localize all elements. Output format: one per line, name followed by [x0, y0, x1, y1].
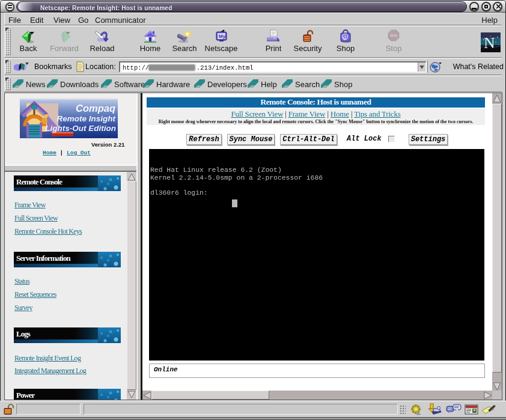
- svg-text:Compaq: Compaq: [76, 103, 115, 114]
- svg-text:My: My: [219, 34, 226, 39]
- svg-text:Lights-Out Edition: Lights-Out Edition: [45, 124, 116, 133]
- svg-text:@: @: [343, 35, 347, 41]
- svg-text:Remote Insight: Remote Insight: [56, 114, 115, 123]
- svg-text:N: N: [484, 34, 495, 52]
